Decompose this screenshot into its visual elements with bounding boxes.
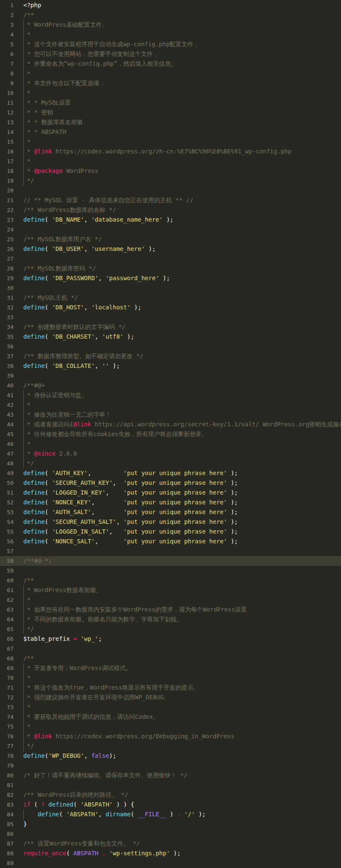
code-line[interactable]: 23define( 'DB_NAME', 'database_name_here… [0,215,341,225]
line-number: 30 [0,283,14,293]
code-line[interactable]: 44 * 或者直接访问{@link https://api.wordpress.… [0,420,341,429]
line-number: 35 [0,332,14,342]
line-number: 50 [0,478,14,488]
code-line[interactable]: 50define( 'SECURE_AUTH_KEY', 'put your u… [0,478,341,488]
code-line[interactable]: 88require_once( ABSPATH . 'wp-settings.p… [0,849,341,858]
code-line[interactable]: 74 * 要获取其他能用于调试的信息，请访问Codex。 [0,712,341,722]
line-number: 60 [0,576,14,585]
code-line[interactable]: 53define( 'AUTH_SALT', 'put your unique … [0,507,341,517]
code-line[interactable]: 81 [0,780,341,790]
code-line[interactable]: 20 [0,186,341,195]
code-line[interactable]: 35define( 'DB_CHARSET', 'utf8' ); [0,332,341,342]
code-line[interactable]: 56define( 'NONCE_SALT', 'put your unique… [0,537,341,546]
code-line[interactable]: 75 * [0,722,341,732]
code-line[interactable]: 24 [0,225,341,234]
code-line[interactable]: 78define('WP_DEBUG', false); [0,751,341,761]
code-line[interactable]: 60/** [0,576,341,585]
code-line[interactable]: 51define( 'LOGGED_IN_KEY', 'put your uni… [0,488,341,498]
code-line[interactable]: 80/* 好了！请不要再继续编辑。请保存本文件。使用愉快！ */ [0,771,341,780]
line-number: 6 [0,49,14,59]
code-line[interactable]: 32define( 'DB_HOST', 'localhost' ); [0,303,341,312]
code-line[interactable]: 10 * [0,88,341,98]
code-line[interactable]: 64 * 不同的数据表前缀。前缀名只能为数字、字母加下划线。 [0,615,341,624]
code-line[interactable]: 49define( 'AUTH_KEY', 'put your unique p… [0,468,341,478]
code-line[interactable]: 37/** 数据库整理类型。如不确定请勿更改 */ [0,351,341,361]
code-line[interactable]: 59 [0,566,341,576]
code-line[interactable]: 40/**#@+ [0,381,341,390]
code-line[interactable]: 82/** WordPress目录的绝对路径。 */ [0,790,341,800]
code-text: * 您可以不使用网站，您需要手动复制这个文件， [23,49,159,59]
code-line[interactable]: 3 * WordPress基础配置文件。 [0,20,341,30]
code-line[interactable]: 83if ( ! defined( 'ABSPATH' ) ) { [0,800,341,810]
code-line[interactable]: 43 * 修改为任意独一无二的字串！ [0,410,341,420]
line-number: 43 [0,410,14,420]
code-line[interactable]: 67 [0,644,341,654]
code-line[interactable]: 55define( 'LOGGED_IN_SALT', 'put your un… [0,527,341,537]
code-line[interactable]: 14 * * ABSPATH [0,127,341,137]
line-number: 19 [0,176,14,186]
code-line[interactable]: 57 [0,546,341,556]
code-line[interactable]: 5 * 这个文件被安装程序用于自动生成wp-config.php配置文件， [0,39,341,49]
code-line[interactable]: 11 * * MySQL设置 [0,98,341,108]
code-line[interactable]: 2/** [0,10,341,20]
code-line[interactable]: 84 define( 'ABSPATH', dirname( __FILE__ … [0,810,341,819]
code-line[interactable]: 87/** 设置WordPress变量和包含文件。 */ [0,839,341,849]
code-line[interactable]: 18 * @package WordPress [0,166,341,176]
code-line[interactable]: 68/** [0,654,341,663]
code-line[interactable]: 6 * 您可以不使用网站，您需要手动复制这个文件， [0,49,341,59]
code-line[interactable]: 52define( 'NONCE_KEY', 'put your unique … [0,498,341,507]
code-line[interactable]: 69 * 开发者专用：WordPress调试模式。 [0,663,341,673]
code-line[interactable]: 9 * 本文件包含以下配置选项： [0,78,341,88]
code-line[interactable]: 71 * 将这个值改为true，WordPress将显示所有用于开发的提示。 [0,683,341,693]
code-line[interactable]: 77 */ [0,741,341,751]
line-number: 9 [0,78,14,88]
code-line[interactable]: 41 * 身份认证密钥与盐。 [0,390,341,400]
code-line[interactable]: 21// ** MySQL 设置 - 具体信息来自您正在使用的主机 ** // [0,195,341,205]
code-line[interactable]: 33 [0,312,341,322]
code-line[interactable]: 36 [0,342,341,351]
code-line[interactable]: 85} [0,819,341,829]
code-line[interactable]: 62 * [0,595,341,605]
code-line[interactable]: 66$table_prefix = 'wp_'; [0,634,341,644]
code-line[interactable]: 48 */ [0,459,341,468]
code-line[interactable]: 70 * [0,673,341,683]
code-line[interactable]: 76 * @link https://codex.wordpress.org/D… [0,732,341,741]
code-line[interactable]: 8 * [0,69,341,78]
code-line[interactable]: 46 * [0,439,341,449]
code-line[interactable]: 13 * * 数据库表名前缀 [0,117,341,127]
code-line[interactable]: 42 * [0,400,341,410]
code-line[interactable]: 12 * * 密钥 [0,108,341,117]
code-line[interactable]: 65 */ [0,624,341,634]
code-line[interactable]: 61 * WordPress数据表前缀。 [0,585,341,595]
code-line[interactable]: 72 * 强烈建议插件开发者在开发环境中启用WP_DEBUG。 [0,693,341,702]
code-line[interactable]: 38define( 'DB_COLLATE', '' ); [0,361,341,371]
code-line[interactable]: 89 [0,858,341,868]
code-line[interactable]: 15 * [0,137,341,147]
code-line[interactable]: 25/** MySQL数据库用户名 */ [0,234,341,244]
code-line[interactable]: 17 * [0,156,341,166]
code-line[interactable]: 31/** MySQL主机 */ [0,293,341,303]
code-line[interactable]: 19 */ [0,176,341,186]
code-editor[interactable]: 1<?php2/**3 * WordPress基础配置文件。4 *5 * 这个文… [0,0,341,868]
code-line[interactable]: 39 [0,371,341,381]
code-line[interactable]: 79 [0,761,341,771]
code-line[interactable]: 16 * @link https://codex.wordpress.org/z… [0,147,341,156]
code-line[interactable]: 86 [0,829,341,839]
code-line[interactable]: 47 * @since 2.6.0 [0,449,341,459]
code-line[interactable]: 34/** 创建数据表时默认的文字编码 */ [0,322,341,332]
code-line[interactable]: 54define( 'SECURE_AUTH_SALT', 'put your … [0,517,341,527]
code-line[interactable]: 30 [0,283,341,293]
code-line[interactable]: 63 * 如果您有在同一数据库内安装多个WordPress的需求，请为每个Wor… [0,605,341,615]
code-line[interactable]: 7 * 并重命名为“wp-config.php”，然后填入相关信息。 [0,59,341,69]
code-line[interactable]: 4 * [0,30,341,39]
code-text: * 要获取其他能用于调试的信息，请访问Codex。 [23,712,159,722]
code-line[interactable]: 22/** WordPress数据库的名称 */ [0,205,341,215]
code-line-current[interactable]: 58/**#@-*/ [0,556,341,566]
code-line[interactable]: 73 * [0,702,341,712]
code-line[interactable]: 1<?php [0,0,341,10]
code-line[interactable]: 29define( 'DB_PASSWORD', 'password_here'… [0,273,341,283]
code-line[interactable]: 27 [0,254,341,264]
code-line[interactable]: 28/** MySQL数据库密码 */ [0,264,341,273]
code-line[interactable]: 26define( 'DB_USER', 'username_here' ); [0,244,341,254]
code-line[interactable]: 45 * 任何修改都会导致所有cookies失效，所有用户将必须重新登录。 [0,429,341,439]
